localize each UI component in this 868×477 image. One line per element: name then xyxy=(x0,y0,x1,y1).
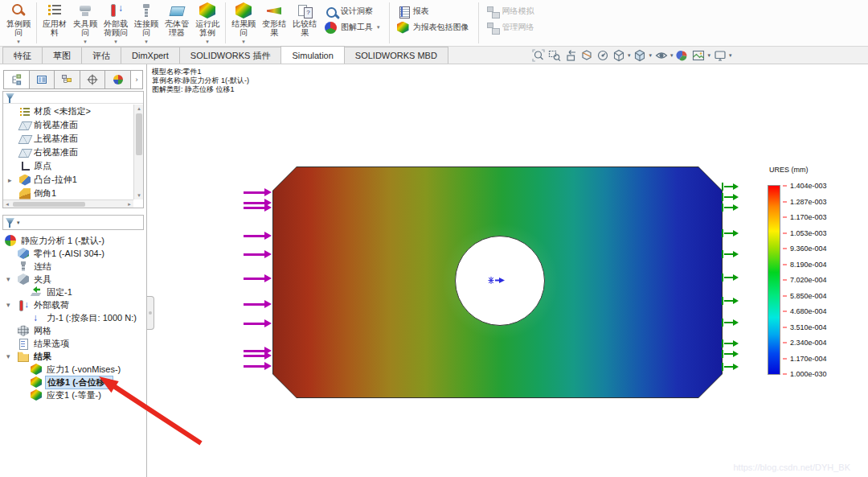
chevron-down-icon[interactable]: ▾ xyxy=(145,37,148,47)
chevron-down-icon[interactable]: ▾ xyxy=(728,52,733,59)
tab-evaluate[interactable]: 评估 xyxy=(81,47,121,64)
tree-item-top-plane[interactable]: 上视基准面 xyxy=(3,132,133,146)
dimxpertmanager-tab[interactable] xyxy=(80,71,106,88)
zoom-to-fit-icon[interactable] xyxy=(530,48,546,63)
results-advisor-button[interactable]: 结果顾问 ▾ xyxy=(228,0,259,46)
legend-values: 1.404e-003 1.287e-003 1.170e-003 1.053e-… xyxy=(783,182,827,378)
graphics-viewport[interactable]: 模型名称:零件1 算例名称:静应力分析 1(-默认-) 图解类型: 静态位移 位… xyxy=(147,64,868,477)
chevron-down-icon[interactable]: ▾ xyxy=(17,37,20,47)
apply-material-button[interactable]: 应用材料 xyxy=(39,0,70,46)
study-item-displacement-plot[interactable]: 位移1 (-合位移-) xyxy=(0,376,146,389)
view-orientation-icon[interactable] xyxy=(611,48,626,63)
chevron-down-icon[interactable]: ▾ xyxy=(669,52,674,59)
force-arrow xyxy=(244,303,264,306)
study-advisor-button[interactable]: 算例顾问 ▾ xyxy=(3,0,34,46)
study-item-result-options[interactable]: 结果选项 xyxy=(0,337,146,350)
hide-show-items-icon[interactable] xyxy=(653,48,669,63)
study-item-stress-plot[interactable]: 应力1 (-vonMises-) xyxy=(0,363,146,376)
study-item-static-analysis[interactable]: 静应力分析 1 (-默认-) xyxy=(0,234,146,247)
tree-item-origin[interactable]: 原点 xyxy=(3,159,133,173)
tree-item-label: 右视基准面 xyxy=(34,146,78,158)
study-item-force[interactable]: 力-1 (:按条目: 1000 N:) xyxy=(0,311,146,324)
featuremanager-tree-tab[interactable] xyxy=(4,71,30,88)
tree-item-right-plane[interactable]: 右视基准面 xyxy=(3,146,133,159)
collapse-arrow-icon[interactable]: ▾ xyxy=(6,301,10,309)
zoom-to-area-icon[interactable] xyxy=(547,48,562,63)
chevron-down-icon[interactable]: ▾ xyxy=(707,52,712,59)
feature-tree-filter[interactable] xyxy=(3,92,143,104)
section-view-icon[interactable] xyxy=(579,48,594,63)
chevron-down-icon[interactable]: ▾ xyxy=(627,52,632,59)
tree-item-chamfer[interactable]: 倒角1 xyxy=(3,187,133,199)
view-settings-icon[interactable] xyxy=(712,48,727,63)
study-item-external-loads[interactable]: ▾ 外部载荷 xyxy=(0,298,146,311)
tab-features[interactable]: 特征 xyxy=(2,47,43,64)
chevron-down-icon[interactable]: ▾ xyxy=(649,52,653,59)
external-loads-advisor-button[interactable]: 外部载荷顾问 ▾ xyxy=(100,0,131,46)
ribbon-separator xyxy=(478,2,479,43)
study-item-part[interactable]: 零件1 (-AISI 304-) xyxy=(0,247,146,260)
apply-material-icon xyxy=(47,2,63,19)
force-icon xyxy=(31,312,42,323)
collapse-arrow-icon[interactable]: ▾ xyxy=(6,275,10,283)
tab-solidworks-mbd[interactable]: SOLIDWORKS MBD xyxy=(344,47,448,64)
propertymanager-tab[interactable] xyxy=(30,71,55,88)
deformed-result-button[interactable]: 变形结果 xyxy=(259,0,289,46)
design-insight-button[interactable]: 设计洞察 xyxy=(320,5,387,18)
manage-network-button[interactable]: 管理网络 xyxy=(481,21,541,34)
report-button[interactable]: 报表 xyxy=(392,5,476,18)
chevron-down-icon[interactable]: ▾ xyxy=(84,37,87,47)
study-item-fixed[interactable]: 固定-1 xyxy=(0,286,146,298)
edit-appearance-icon[interactable] xyxy=(675,48,690,63)
force-arrow xyxy=(244,365,264,368)
scrollbar-thumb[interactable] xyxy=(136,113,142,155)
include-image-label: 为报表包括图像 xyxy=(413,22,469,33)
apply-scene-icon[interactable] xyxy=(691,48,706,63)
plot-tools-label: 图解工具 xyxy=(341,22,373,33)
previous-view-icon[interactable] xyxy=(563,48,578,63)
tab-simulation[interactable]: Simulation xyxy=(280,46,344,64)
tab-sketch[interactable]: 草图 xyxy=(42,47,82,64)
include-image-for-report-button[interactable]: 为报表包括图像 xyxy=(392,21,476,34)
collapse-arrow-icon[interactable]: ▾ xyxy=(6,352,10,360)
fixtures-advisor-button[interactable]: 夹具顾问 ▾ xyxy=(70,0,100,46)
study-item-fixtures[interactable]: ▾ 夹具 xyxy=(0,273,146,286)
scroll-down-icon[interactable]: ▾ xyxy=(134,191,144,199)
tab-dimxpert[interactable]: DimXpert xyxy=(121,47,180,64)
scroll-right-icon[interactable]: ▸ xyxy=(125,200,133,208)
display-style-icon[interactable] xyxy=(633,48,648,63)
legend-value: 1.170e-004 xyxy=(783,355,827,363)
run-study-button[interactable]: 运行此算例 ▾ xyxy=(192,0,223,46)
tree-item-boss-extrude[interactable]: ▸ 凸台-拉伸1 xyxy=(3,173,133,187)
study-item-connections[interactable]: 连结 xyxy=(0,260,146,273)
chevron-down-icon[interactable]: ▾ xyxy=(242,37,245,47)
plot-tools-button[interactable]: 图解工具 ▾ xyxy=(320,21,387,34)
connections-advisor-button[interactable]: 连接顾问 ▾ xyxy=(131,0,162,46)
scrollbar-thumb[interactable] xyxy=(13,202,85,207)
panel-tabs-expand-chevron[interactable]: › xyxy=(131,71,142,88)
study-item-mesh[interactable]: 网格 xyxy=(0,324,146,337)
tree-item-front-plane[interactable]: 前视基准面 xyxy=(3,118,133,132)
force-arrow xyxy=(244,235,264,237)
dynamic-annotation-views-icon[interactable] xyxy=(595,48,610,63)
vertical-scrollbar[interactable]: ▴ ▾ xyxy=(133,105,143,199)
tree-item-material[interactable]: 材质 <未指定> xyxy=(3,105,133,118)
tab-solidworks-addins[interactable]: SOLIDWORKS 插件 xyxy=(179,47,282,64)
scroll-left-icon[interactable]: ◂ xyxy=(3,200,11,208)
shell-manager-button[interactable]: 壳体管理器 xyxy=(162,0,192,46)
study-item-results[interactable]: ▾ 结果 xyxy=(0,350,146,363)
chevron-down-icon[interactable]: ▾ xyxy=(206,37,209,47)
study-tree-filter[interactable]: ▾ xyxy=(2,215,144,230)
chevron-down-icon[interactable]: ▾ xyxy=(377,24,380,31)
displaymanager-tab[interactable] xyxy=(105,71,131,88)
chevron-down-icon[interactable]: ▾ xyxy=(17,220,20,226)
chevron-down-icon[interactable]: ▾ xyxy=(114,37,117,47)
network-simulation-button[interactable]: 网络模拟 xyxy=(481,5,541,18)
compare-results-button[interactable]: 比较结果 xyxy=(289,0,320,46)
expand-arrow-icon[interactable]: ▸ xyxy=(8,176,12,184)
panel-splitter-handle[interactable] xyxy=(147,296,154,330)
configurationmanager-tab[interactable] xyxy=(55,71,80,88)
scroll-up-icon[interactable]: ▴ xyxy=(134,105,144,113)
horizontal-scrollbar[interactable]: ◂ ▸ xyxy=(3,199,133,208)
study-item-strain-plot[interactable]: 应变1 (-等量-) xyxy=(0,389,146,401)
